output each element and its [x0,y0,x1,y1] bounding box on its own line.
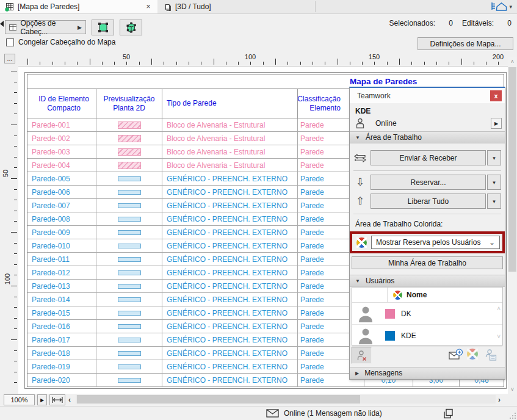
release-arrow-icon: ⇧ [350,195,371,208]
header-options-button[interactable]: Opções de Cabeç... ▶ [5,20,86,34]
annotation-highlight-box: Mostrar Reserva pelos Usuários ⌄ [350,231,505,253]
restore-window-icon[interactable] [443,408,454,420]
ruler-tick [14,167,17,168]
palette-title-bar[interactable]: Teamwork x [350,88,505,103]
cell-wall-type: GENÉRICO - PREENCH. EXTERNO [162,320,298,333]
ruler-tick [90,59,90,65]
cell-element-id: Parede-008 [27,212,96,225]
release-all-dropdown[interactable]: ▾ [487,194,501,209]
colored-workspace-select[interactable]: Mostrar Reserva pelos Usuários ⌄ [371,236,500,249]
ruler-tick [11,71,17,71]
scroll-down-icon[interactable]: ˅ [497,334,501,340]
cell-wall-type: GENÉRICO - PREENCH. EXTERNO [162,226,298,239]
section-messages[interactable]: ▶ Mensagens [350,367,505,379]
person-outline-icon [355,118,365,129]
cell-preview [96,306,162,319]
header-table-icon [9,24,16,31]
select-2d-button[interactable] [92,20,114,35]
vertical-scrollbar-thumb[interactable] [508,67,516,272]
user-row[interactable]: KDE [352,325,502,347]
reserve-dropdown[interactable]: ▾ [487,175,501,190]
ruler-tick [374,62,375,65]
horizontal-ruler[interactable]: 50100150200 [18,52,508,66]
fit-in-window-button[interactable] [49,394,65,405]
ruler-tick [14,253,17,254]
online-status-row: Online ▶ [350,115,505,131]
ruler-tick [14,297,17,297]
close-icon[interactable]: x [490,90,502,101]
tab-close-icon[interactable]: × [144,2,153,11]
scroll-right-icon[interactable]: › [498,396,501,404]
ruler-tick [14,82,17,82]
horizontal-scrollbar[interactable] [76,395,496,404]
ruler-tick [214,59,214,65]
send-receive-button[interactable]: Enviar & Receber [371,150,486,165]
section-users[interactable]: ▼ Usuários [350,275,505,287]
status-more-button[interactable]: ▶ [491,118,502,129]
wall-preview-swatch [118,121,141,129]
wall-preview-swatch [118,217,141,222]
zoom-menu-button[interactable]: ▶ [37,394,47,405]
scroll-up-icon[interactable]: ˄ [508,57,517,66]
color-wheel-icon[interactable] [467,349,478,360]
user-row[interactable]: DK [352,303,502,325]
zoom-level-button[interactable]: 100% [4,394,35,405]
navigator-button[interactable]: ▾ [491,1,512,12]
user-color-swatch [385,331,395,341]
status-message-text: Online (1 Mensagem não lida) [284,409,382,418]
tab-mapa-de-paredes[interactable]: [Mapa de Paredes] × [0,0,157,13]
resize-grip[interactable] [508,411,516,419]
release-all-button[interactable]: Liberar Tudo [371,194,486,209]
user-name: KDE [401,331,416,340]
ruler-tick [11,339,17,340]
my-workspace-button[interactable]: Minha Área de Trabalho [352,256,503,269]
selection-info: Selecionados: 0 Editáveis: 0 [389,19,512,27]
column-header-type[interactable]: Tipo de Parede [162,89,298,118]
column-header-preview[interactable]: Previsualização Planta 2D [96,89,162,118]
teamwork-status-message[interactable]: Online (1 Mensagem não lida) [266,409,382,418]
checkbox-icon[interactable] [6,38,14,46]
remove-user-button[interactable] [352,347,372,364]
wall-preview-swatch [118,230,141,235]
vertical-ruler[interactable]: 50100 [0,66,18,394]
ruler-tick [287,62,288,65]
wall-preview-swatch [118,203,141,208]
scroll-up-icon[interactable]: ˄ [497,306,501,312]
horizontal-scrollbar-thumb[interactable] [77,395,360,404]
tab-label: [3D / Tudo] [175,2,211,11]
send-receive-dropdown[interactable]: ▾ [487,150,501,165]
reserve-button[interactable]: Reservar... [371,175,486,190]
select-3d-button[interactable] [120,20,142,35]
ruler-tick [436,62,437,65]
cell-preview [96,132,162,145]
cell-element-id: Parede-004 [27,159,96,172]
vertical-scrollbar[interactable]: ˄ ˅ [508,57,517,394]
zoom-level-value: 100% [10,396,27,404]
wall-preview-swatch [118,270,141,275]
chevron-down-icon: ▾ [509,4,512,10]
wall-preview-swatch [118,324,141,329]
avatar [358,305,374,322]
ruler-tick [176,62,177,65]
ruler-tick [14,372,17,372]
dock-collapse-arrow-icon[interactable] [0,21,4,27]
cell-element-id: Parede-009 [27,226,96,239]
column-header-id[interactable]: ID de Elemento Compacto [27,89,96,118]
user-details-button[interactable] [485,349,497,363]
ruler-tick [11,125,17,125]
ruler-options-button[interactable]: ... [4,54,15,63]
section-workspace[interactable]: ▼ Área de Trabalho [350,131,505,143]
scroll-down-icon[interactable]: ˅ [508,385,517,394]
cell-preview [96,333,162,346]
reserve-arrow-icon: ⇩ [350,176,371,189]
scroll-left-icon[interactable]: ‹ [68,396,71,404]
send-message-button[interactable] [449,349,463,363]
ruler-tick [40,62,40,65]
release-row: ⇧ Liberar Tudo ▾ [350,194,505,209]
tab-3d-tudo[interactable]: [3D / Tudo] [158,0,315,13]
freeze-header-checkbox[interactable]: Congelar Cabeçalho do Mapa [6,38,115,46]
map-settings-button[interactable]: Definições de Mapa... [418,37,513,50]
users-list-header[interactable]: Nome [352,288,502,303]
divider [353,170,501,171]
ruler-tick [313,62,313,65]
